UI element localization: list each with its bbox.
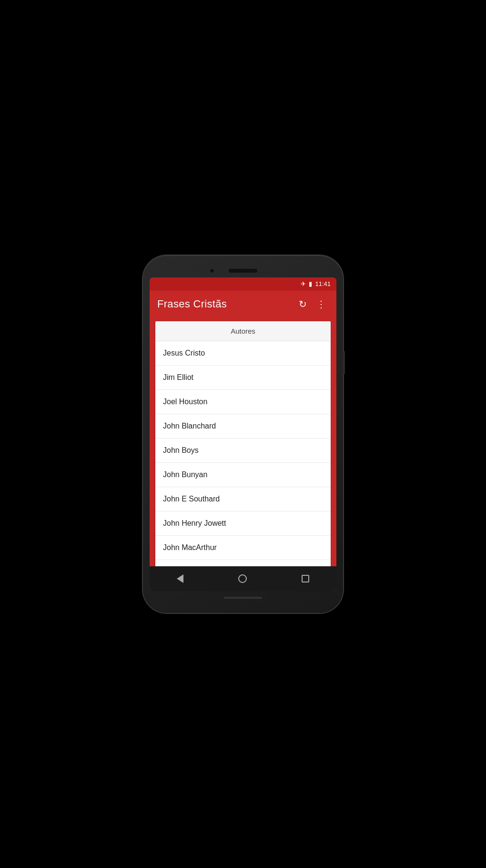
recents-button[interactable] <box>292 571 319 586</box>
list-item[interactable]: John MacArthur <box>155 536 331 560</box>
volume-button <box>343 351 345 375</box>
back-icon <box>177 574 183 583</box>
phone-device: ✈ ▮ 11:41 Frases Cristãs ↻ ⋮ Autores Jes… <box>143 255 343 613</box>
list-item[interactable]: John Blanchard <box>155 414 331 439</box>
status-bar: ✈ ▮ 11:41 <box>150 277 336 291</box>
refresh-button[interactable]: ↻ <box>296 296 310 313</box>
main-content: Autores Jesus Cristo Jim Elliot Joel Hou… <box>150 317 336 566</box>
list-item[interactable]: Jim Elliot <box>155 366 331 390</box>
list-item[interactable]: Jesus Cristo <box>155 341 331 366</box>
more-button[interactable]: ⋮ <box>314 296 329 313</box>
phone-bottom <box>150 591 336 604</box>
authors-list-card: Autores Jesus Cristo Jim Elliot Joel Hou… <box>155 321 331 566</box>
list-item-label: John Boys <box>163 446 199 454</box>
list-item[interactable]: John Henry Jowett <box>155 511 331 536</box>
list-item-label: John Blanchard <box>163 422 216 430</box>
phone-camera <box>210 268 214 273</box>
home-icon <box>238 574 247 583</box>
list-header: Autores <box>155 321 331 341</box>
app-title: Frases Cristãs <box>157 298 227 310</box>
app-bar: Frases Cristãs ↻ ⋮ <box>150 291 336 317</box>
list-item-label: Jim Elliot <box>163 373 193 381</box>
app-bar-actions: ↻ ⋮ <box>296 296 329 313</box>
list-item[interactable]: John Nelson Darby <box>155 560 331 566</box>
list-item-label: Jesus Cristo <box>163 349 205 357</box>
battery-icon: ▮ <box>309 280 312 287</box>
list-item-label: John Henry Jowett <box>163 519 226 527</box>
status-time: 11:41 <box>315 280 331 287</box>
airplane-icon: ✈ <box>301 280 306 287</box>
list-item-label: John Bunyan <box>163 470 207 479</box>
home-indicator <box>224 597 262 599</box>
list-item[interactable]: John E Southard <box>155 487 331 511</box>
list-item-label: John E Southard <box>163 495 220 503</box>
phone-screen: ✈ ▮ 11:41 Frases Cristãs ↻ ⋮ Autores Jes… <box>150 277 336 591</box>
list-item[interactable]: John Bunyan <box>155 463 331 487</box>
bottom-nav <box>150 566 336 591</box>
back-button[interactable] <box>167 571 193 587</box>
list-item-label: John MacArthur <box>163 543 217 551</box>
status-icons: ✈ ▮ 11:41 <box>301 280 331 287</box>
phone-top <box>150 264 336 277</box>
list-item-john-boys[interactable]: John Boys <box>155 439 331 463</box>
home-button[interactable] <box>229 571 256 587</box>
list-item-label: Joel Houston <box>163 398 207 406</box>
phone-speaker <box>229 269 257 273</box>
list-item[interactable]: Joel Houston <box>155 390 331 414</box>
recents-icon <box>302 575 309 582</box>
